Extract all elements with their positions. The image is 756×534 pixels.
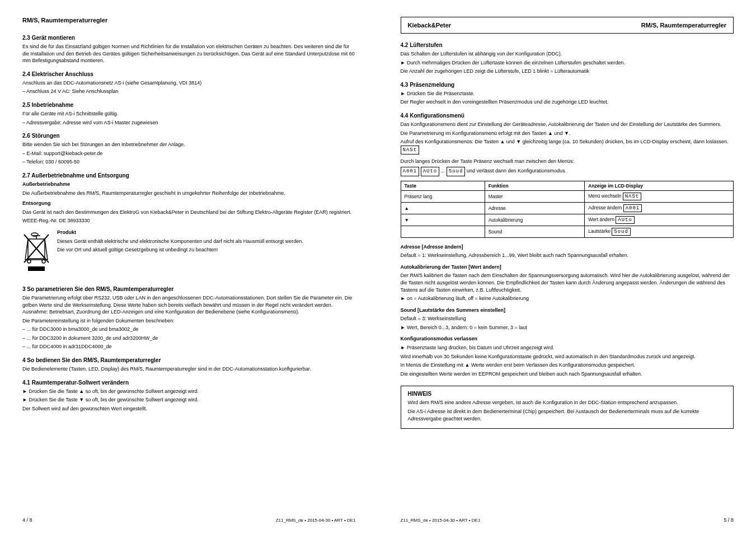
product-text-b: Die vor Ort und aktuell gültige Gesetzge… [57, 246, 303, 254]
param-bullet-2: – ... für DDC4000 in adr31DDC4000_de [22, 343, 356, 350]
config-text2: Die Parametrierung im Konfigurationsmenü… [401, 130, 734, 137]
section-fault-line3: – Telefon: 030 / 60095-50 [22, 158, 356, 166]
config-text4: Durch langes Drücken der Taste Präsenz w… [401, 158, 575, 164]
config-text5: und verlässt dann den Konfigurationsmodu… [467, 168, 566, 174]
section-param-text1: Die Parametrierung erfolgt über RS232, U… [22, 294, 356, 316]
config-text3: Aufruf des Konfigurationsmenüs: Die Tast… [401, 139, 729, 144]
cell-taste [401, 226, 485, 237]
exit-text1: ► Präsenztaste lang drücken, bis Datum u… [401, 344, 734, 352]
table-row: ▼ Autokalibrierung Wert ändern AUto [401, 214, 734, 226]
note-line1: Wird dem RM/S eine andere Adresse vergeb… [408, 399, 727, 406]
sound-text1: Default = 3: Werkseinstellung [401, 315, 734, 322]
section-presence-title: 4.3 Präsenzmeldung [401, 82, 734, 88]
th-taste: Taste [401, 181, 485, 190]
fan-bullet-1: Die Anzahl der zugehörigen LED zeigt die… [401, 68, 734, 75]
svg-rect-11 [28, 266, 45, 271]
cell-taste: ▼ [401, 214, 485, 226]
table-row: Sound Lautstärke Soud [401, 226, 734, 237]
section-electrical-line2: – Anschluss 24 V AC: Siehe Anschlussplan [22, 88, 356, 95]
cell-funktion: Sound [485, 226, 585, 237]
config-text1: Das Konfigurationsmenü dient zur Einstel… [401, 121, 734, 128]
cell-anzeige: Lautstärke Soud [585, 226, 734, 237]
config-text3-wrap: Aufruf des Konfigurationsmenüs: Die Tast… [401, 138, 734, 154]
sound-text2: ► Wert, Bereich 0...3, ändern: 0 = kein … [401, 324, 734, 331]
section-config-title: 4.4 Konfigurationsmenü [401, 113, 734, 119]
section-commission-line2: – Adressvergabe: Adresse wird vom AS-i M… [22, 119, 356, 127]
left-doc-ref: Z11_RMS_de • 2015-04-30 • ART • DE1 [276, 518, 356, 523]
setpoint-bullet-0: ► Drücken Sie die Taste ▲ so oft, bis de… [22, 388, 356, 395]
param-bullet-1: – ... für DDC3200 in dokument 3200_de un… [22, 335, 356, 342]
addr-text: Default = 1: Werkseinstellung, Adressber… [401, 252, 734, 259]
table-header-row: Taste Funktion Anzeige im LCD-Display [401, 181, 734, 190]
section-mount-title: 2.3 Gerät montieren [22, 35, 356, 41]
config-text4-wrap: Durch langes Drücken der Taste Präsenz w… [401, 158, 734, 165]
right-page: Kieback&Peter RM/S, Raumtemperaturregler… [378, 0, 757, 534]
table-row: ▲ Adresse Adresse ändern A001 [401, 202, 734, 214]
th-funktion: Funktion [485, 181, 585, 190]
right-header-brand: Kieback&Peter [408, 22, 452, 29]
param-bullet-0: – ... für DDC3000 in bma3000_de und bma3… [22, 326, 356, 333]
display-soud-icon: Soud [447, 167, 466, 176]
section-operate-text: Die Bedienelemente (Tasten, LED, Display… [22, 366, 356, 373]
section-electrical-line1: Anschluss an das DDC-Automationsnetz AS-… [22, 79, 356, 87]
cell-taste: Präsenz lang [401, 190, 485, 202]
right-doc-ref: Z11_RMS_de • 2015-04-30 • ART • DE1 [401, 518, 481, 523]
right-header-title: RM/S, Raumtemperaturregler [641, 22, 726, 29]
setpoint-bullet-1: ► Drücken Sie die Taste ▼ so oft, bis de… [22, 396, 356, 404]
a001-display-icon: A001 [623, 204, 642, 212]
exit-text3: In Menüs die Einstellung mit ▲ Werte wer… [401, 362, 734, 369]
decom-text: Die Außerbetriebnahme des RM/S, Raumtemp… [22, 190, 356, 197]
left-page-number: 4 / 8 [22, 517, 32, 523]
addr-subtitle: Adresse [Adresse ändern] [401, 243, 734, 251]
exit-subtitle: Konfigurationsmodus verlassen [401, 335, 734, 343]
config-menu-table: Taste Funktion Anzeige im LCD-Display Pr… [401, 181, 734, 238]
presence-bullet-0: ► Drücken Sie die Präsenztaste. [401, 90, 734, 97]
disposal-text-a: Das Gerät ist nach den Bestimmungen des … [22, 209, 356, 216]
soud-display-icon: Soud [612, 228, 631, 236]
th-anzeige: Anzeige im LCD-Display [585, 181, 734, 190]
product-subtitle: Produkt [57, 229, 303, 236]
product-text-a: Dieses Gerät enthält elektrische und ele… [57, 238, 303, 245]
section-operate-title: 4 So bedienen Sie den RM/S, Raumtemperat… [22, 357, 356, 363]
weee-icon [22, 229, 50, 275]
cell-anzeige: Adresse ändern A001 [585, 202, 734, 214]
section-fan-text: Das Schalten der Lüfterstufen ist abhäng… [401, 50, 734, 58]
mast-display-icon: NASt [623, 193, 642, 200]
autocal-text2: ► on = Autokalibrierung läuft, off = kei… [401, 295, 734, 302]
sound-subtitle: Sound [Lautstärke des Summers einstellen… [401, 307, 734, 314]
left-page: RM/S, Raumtemperaturregler 2.3 Gerät mon… [0, 0, 378, 534]
section-electrical-title: 2.4 Elektrischer Anschluss [22, 71, 356, 77]
right-page-number: 5 / 8 [724, 517, 734, 523]
note-line2: Die AS-i Adresse ist direkt in dem Bedie… [408, 408, 727, 422]
svg-point-4 [27, 260, 31, 263]
table-row: Präsenz lang Master Menü wechseln NASt [401, 190, 734, 202]
setpoint-bullet-2: Der Sollwert wird auf den gewünschten We… [22, 405, 356, 413]
note-box: HINWEIS Wird dem RM/S eine andere Adress… [401, 386, 734, 429]
mast-display-icon: NASt [401, 146, 420, 155]
presence-bullet-1: Der Regler wechselt in den voreingestell… [401, 99, 734, 106]
section-param-text2: Die Parametereinstellung ist in folgende… [22, 317, 356, 325]
autocal-subtitle: Autokalibrierung der Tasten [Wert ändern… [401, 264, 734, 271]
section-commission-line1: Für alle Geräte mit AS-i Schnittstelle g… [22, 110, 356, 118]
section-mount-text: Es sind die für das Einsatzland gültigen… [22, 43, 356, 64]
exit-text4: Die eingestellten Werte werden im EEPROM… [401, 371, 734, 378]
section-fault-line1: Bitte wenden Sie sich bei Störungen an d… [22, 141, 356, 148]
product-text-block: Produkt Dieses Gerät enthält elektrische… [57, 229, 303, 275]
section-fan-title: 4.2 Lüfterstufen [401, 42, 734, 48]
cell-funktion: Master [485, 190, 585, 202]
display-row: A001 AUto ... Soud und verlässt dann den… [401, 167, 734, 176]
cell-anzeige: Wert ändern AUto [585, 214, 734, 226]
note-title: HINWEIS [408, 391, 727, 397]
right-header-box: Kieback&Peter RM/S, Raumtemperaturregler [401, 17, 734, 34]
exit-text2: Wird innerhalb von 30 Sekunden keine Kon… [401, 353, 734, 360]
fan-bullet-0: ► Durch mehrmaliges Drücken der Lüfterta… [401, 59, 734, 67]
cell-funktion: Adresse [485, 202, 585, 214]
section-fault-line2: – E-Mail: support@kieback-peter.de [22, 150, 356, 157]
display-a001-icon: A001 [401, 167, 420, 176]
disposal-subtitle: Entsorgung [22, 200, 356, 207]
display-auto-icon: AUto [421, 167, 440, 176]
section-fault-title: 2.6 Störungen [22, 133, 356, 139]
cell-taste: ▲ [401, 202, 485, 214]
left-header: RM/S, Raumtemperaturregler [22, 17, 356, 24]
autocal-text1: Der RM/S kalibriert die Tasten nach dem … [401, 272, 734, 293]
